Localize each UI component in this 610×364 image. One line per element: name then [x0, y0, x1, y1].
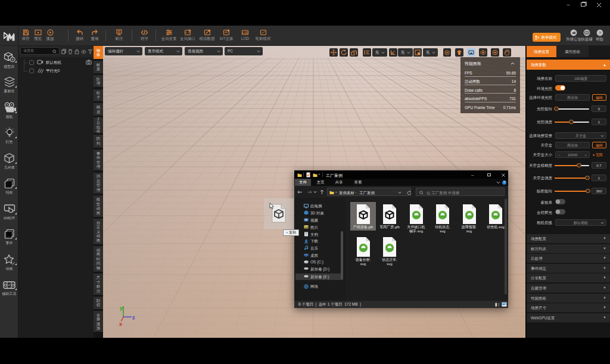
svg-text:x: x — [119, 321, 122, 326]
svg-text:y: y — [120, 305, 123, 311]
svg-text:?: ? — [598, 30, 601, 36]
svg-text:z: z — [132, 315, 135, 321]
svg-text:LOD: LOD — [242, 31, 248, 35]
